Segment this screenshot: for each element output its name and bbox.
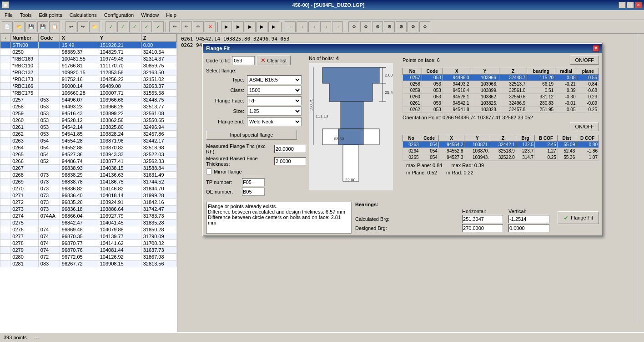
tb-misc4[interactable]: ⚙ (384, 21, 395, 32)
tb-misc3[interactable]: ⚙ (372, 21, 383, 32)
tb-misc1[interactable]: ⚙ (348, 21, 359, 32)
design-brg-input[interactable] (462, 224, 503, 232)
minimize-btn[interactable]: _ (619, 2, 626, 8)
table-row[interactable]: 0278 074 96870.77 104141.62 31700.82 (0, 240, 177, 247)
menu-help[interactable]: Help (162, 11, 180, 19)
table-row[interactable]: *RBC132 109920.15 112853.58 32163.50 (0, 69, 177, 76)
col-header-y[interactable]: Y (98, 34, 141, 42)
table-row[interactable]: 0281 083 96267.72 103908.15 32813.56 (0, 260, 177, 267)
menu-edit-points[interactable]: Edit points (35, 11, 65, 19)
table-row[interactable]: 0261 053 94542.14 103825.80 32496.94 (0, 124, 177, 131)
table-row[interactable]: 0264 054 94552.88 103870.82 32518.98 (0, 144, 177, 151)
tb-copy[interactable]: 📋 (49, 21, 60, 32)
tb-misc7[interactable]: ⚙ (419, 21, 430, 32)
table-row[interactable]: 0265 054 94527.36 103943.33 32522.03 (0, 151, 177, 158)
col-header-x[interactable]: X (60, 34, 98, 42)
meas-rf-input[interactable] (274, 157, 306, 165)
size-select[interactable]: 1.25 (247, 107, 302, 116)
points-table-row[interactable]: 025905394516.4103899.32561.00.510.39-0.6… (403, 87, 599, 94)
tb-file[interactable]: 📁 (89, 21, 100, 32)
table-row[interactable]: 0260 053 94528.12 103862.56 32550.65 (0, 117, 177, 124)
second-table-row[interactable]: 026405494552.8103870.32518.9223.71.2752.… (403, 148, 599, 154)
table-row[interactable]: 0272 073 96835.26 103924.91 31842.16 (0, 199, 177, 206)
tb-check5[interactable]: ✓ (153, 21, 164, 32)
tb-open[interactable]: 📂 (14, 21, 25, 32)
tb-check[interactable]: ✓ (106, 21, 116, 32)
points-table-row[interactable]: 026205394541.8103828.32457.8251.950.050.… (403, 107, 599, 113)
tb-misc2[interactable]: ⚙ (360, 21, 371, 32)
table-row[interactable]: 0280 072 96772.05 104126.92 31867.98 (0, 254, 177, 260)
flange-fit-btn[interactable]: ✓ Flange Fit (558, 211, 599, 224)
tb-redo[interactable]: ↪ (77, 21, 88, 32)
points-table-row[interactable]: 025705394496.0103966.32448.7115.200.08-0… (403, 75, 599, 81)
table-scroll[interactable]: → Number Code X Y Z STN00 15.49 151928.2… (0, 34, 177, 332)
type-select[interactable]: ASME B16.5 (247, 75, 302, 84)
col-header-code[interactable]: Code (38, 34, 60, 42)
table-row[interactable]: 0263 054 94554.28 103871.96 32442.17 (0, 138, 177, 144)
maximize-btn[interactable]: □ (627, 2, 634, 8)
design-vert-input[interactable] (508, 224, 549, 232)
code-input[interactable] (232, 56, 255, 65)
tb-pencil[interactable]: ✏ (169, 21, 180, 32)
menu-configuration[interactable]: Configuration (101, 11, 137, 19)
tb-cursor4[interactable]: ▶ (257, 21, 267, 32)
tb-check2[interactable]: ✓ (117, 21, 128, 32)
meas-thc-input[interactable] (274, 145, 306, 153)
table-row[interactable]: *RBC110 91766.81 111170.70 30859.75 (0, 62, 177, 69)
input-special-btn[interactable]: Input special flange (206, 130, 297, 140)
tp-input[interactable] (242, 178, 265, 186)
menu-window[interactable]: Window (137, 11, 162, 19)
tb-cursor2[interactable]: ▶ (233, 21, 244, 32)
tb-check4[interactable]: ✓ (141, 21, 152, 32)
tb-save2[interactable]: 💾 (37, 21, 48, 32)
table-row[interactable]: 0257 053 94496.07 103966.66 32448.75 (0, 97, 177, 103)
table-row[interactable]: 0271 073 96836.40 104018.14 31999.28 (0, 192, 177, 199)
tb-cursor5[interactable]: ▶ (268, 21, 279, 32)
tb-arrow5[interactable]: → (332, 21, 343, 32)
table-row[interactable]: 0277 074 96870.35 104139.77 31790.09 (0, 233, 177, 240)
onoff-btn-2[interactable]: ON/OFF (570, 122, 599, 131)
tb-pencil2[interactable]: ✏ (181, 21, 192, 32)
face-select[interactable]: RF (247, 96, 302, 105)
tb-misc5[interactable]: ⚙ (396, 21, 407, 32)
calc-vert-input[interactable] (508, 215, 549, 223)
tb-cursor[interactable]: ▶ (221, 21, 232, 32)
col-header-number[interactable]: Number (10, 34, 38, 42)
table-row[interactable]: 0258 053 94493.23 103966.26 32513.77 (0, 103, 177, 110)
table-row[interactable]: 0250 98389.37 104829.71 32410.54 (0, 49, 177, 56)
tb-misc6[interactable]: ⚙ (408, 21, 418, 32)
menu-file[interactable]: File (1, 11, 16, 19)
points-table-row[interactable]: 026005394528.1103862.32550.6331.12-0.300… (403, 94, 599, 100)
mirror-checkbox[interactable] (206, 168, 212, 174)
table-row[interactable]: 0274 074AA 96866.04 103927.79 31783.73 (0, 213, 177, 219)
tb-arrow[interactable]: → (285, 21, 296, 32)
tb-arrow4[interactable]: → (320, 21, 331, 32)
col-header-z[interactable]: Z (141, 34, 176, 42)
table-row[interactable]: 0270 073 96836.82 104146.82 31844.70 (0, 185, 177, 192)
table-row[interactable]: *RBC169 100481.55 109749.46 32314.37 (0, 56, 177, 62)
col-header-arrow[interactable]: → (0, 34, 10, 42)
second-table-row[interactable]: 026505494527.3103943.32522.0314.70.2555.… (403, 154, 599, 161)
oe-input[interactable] (242, 188, 265, 196)
table-row[interactable]: 0279 074 96870.76 104081.44 31637.73 (0, 247, 177, 254)
table-row[interactable]: 0275 96842.47 104041.45 31835.28 (0, 219, 177, 226)
clear-list-btn[interactable]: ✕ Clear list (257, 56, 291, 65)
tb-save[interactable]: 💾 (25, 21, 36, 32)
tb-check3[interactable]: ✓ (129, 21, 140, 32)
table-row[interactable]: 0273 073 96836.18 103886.64 31742.47 (0, 206, 177, 213)
table-row[interactable]: STN00 15.49 151928.21 0.00 (0, 42, 177, 49)
right-scrollbar[interactable] (637, 34, 644, 322)
onoff-btn-1[interactable]: ON/OFF (570, 56, 599, 65)
tb-arrow2[interactable]: → (297, 21, 307, 32)
tb-arrow3[interactable]: → (308, 21, 319, 32)
tb-cursor3[interactable]: ▶ (245, 21, 256, 32)
calc-brg-input[interactable] (462, 215, 503, 223)
table-row[interactable]: 0259 053 94516.43 103899.22 32561.08 (0, 110, 177, 117)
tb-undo[interactable]: ↩ (65, 21, 76, 32)
points-table-row[interactable]: 026105394542.1103825.32496.9280.83-0.01-… (403, 100, 599, 107)
tb-new[interactable]: 📄 (2, 21, 13, 32)
dialog-close-btn[interactable]: ✕ (593, 45, 599, 51)
table-row[interactable]: 0268 073 96838.29 104136.63 31631.49 (0, 172, 177, 179)
close-btn[interactable]: ✕ (635, 2, 642, 8)
table-row[interactable]: 0266 052 94486.74 103877.41 32562.33 (0, 158, 177, 165)
